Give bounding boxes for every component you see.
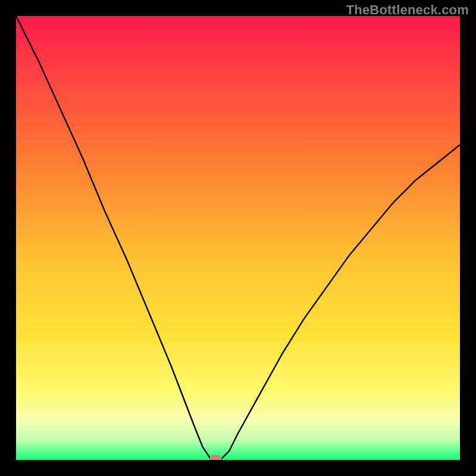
optimal-point-marker [210, 455, 222, 460]
chart-svg [16, 16, 460, 460]
chart-plot-area [16, 16, 460, 460]
chart-frame: TheBottleneck.com [0, 0, 476, 476]
chart-background-gradient [16, 16, 460, 460]
